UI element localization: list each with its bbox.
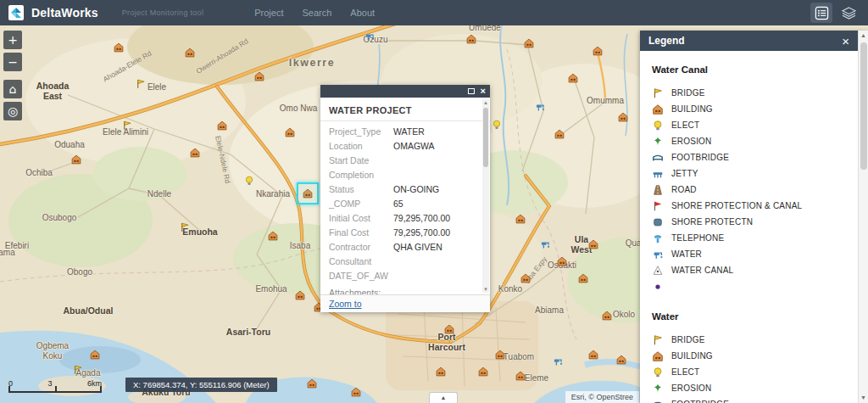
field-label: Start Date [329, 155, 393, 165]
map-marker-building[interactable] [185, 48, 196, 59]
shore-canal-icon [652, 200, 664, 212]
legend-scrollbar-thumb[interactable] [860, 42, 867, 170]
legend-section: Water CanalBRIDGEBUILDINGELECTEROSIONFOO… [652, 64, 854, 294]
map-marker-elect[interactable] [244, 176, 255, 187]
popup-header[interactable]: × [320, 85, 490, 98]
map-marker-water[interactable] [540, 239, 551, 250]
map-marker-building[interactable] [307, 378, 318, 389]
building-icon [478, 367, 489, 378]
map-marker-building[interactable] [190, 148, 201, 159]
map-marker-building[interactable] [495, 350, 506, 361]
map-marker-building[interactable] [466, 34, 477, 45]
app-logo-icon [8, 5, 24, 20]
building-icon [436, 367, 447, 378]
maximize-icon[interactable] [468, 88, 475, 94]
legend-item: BRIDGE [652, 85, 854, 101]
map-marker-building[interactable] [588, 239, 599, 250]
map-marker-bridge[interactable] [180, 222, 191, 233]
map-marker-building[interactable] [578, 273, 589, 284]
legend-body: Water CanalBRIDGEBUILDINGELECTEROSIONFOO… [640, 51, 858, 403]
coordinates-readout: X: 769854.374, Y: 555116.906 (Meter) [125, 378, 277, 392]
legend-item-label: ELECT [671, 120, 699, 130]
map-marker-bridge[interactable] [122, 120, 133, 132]
map-marker-building[interactable] [602, 311, 613, 322]
nav-link-project[interactable]: Project [254, 8, 283, 18]
building-icon [588, 239, 599, 250]
legend-item: ELECT [652, 364, 854, 380]
footbridge-icon [652, 399, 664, 403]
map-marker-building[interactable] [618, 112, 629, 123]
map-marker-building[interactable] [351, 387, 362, 398]
layers-toggle-button[interactable] [837, 3, 860, 23]
legend-scrollbar[interactable]: ▲ ▼ [858, 31, 868, 403]
popup-scrollbar-thumb[interactable] [483, 108, 488, 167]
map-marker-building[interactable] [554, 129, 565, 140]
field-label: Consultant [329, 256, 393, 266]
bridge-icon [652, 334, 664, 346]
map-marker-building[interactable] [478, 367, 489, 378]
map-marker-elect[interactable] [492, 120, 503, 131]
zoom-in-button[interactable]: + [3, 31, 22, 49]
popup-scrollbar[interactable]: ▲ ▼ [482, 99, 489, 293]
legend-close-icon[interactable]: × [842, 35, 849, 48]
elect-icon [492, 120, 503, 131]
field-label: Contractor [329, 242, 393, 252]
building-icon [444, 324, 455, 335]
map-marker-water[interactable] [535, 102, 546, 113]
legend-item-label: JETTY [671, 169, 698, 178]
zoom-to-link[interactable]: Zoom to [329, 299, 362, 309]
nav-link-search[interactable]: Search [302, 8, 331, 18]
map-marker-building[interactable] [588, 350, 599, 361]
nav-link-about[interactable]: About [350, 8, 375, 18]
legend-item-label: BUILDING [671, 104, 713, 114]
field-value: WATER [393, 126, 425, 137]
building-icon [307, 378, 318, 389]
legend-toggle-button[interactable] [810, 3, 832, 23]
map-marker-building[interactable] [515, 214, 526, 225]
legend-item: TELEPHONE [652, 230, 854, 246]
map-marker-building[interactable] [217, 120, 228, 132]
map-marker-building[interactable] [520, 273, 531, 284]
map-marker-building[interactable] [90, 350, 101, 361]
map-marker-bridge[interactable] [73, 365, 84, 376]
map-marker-building[interactable] [515, 371, 526, 382]
building-icon [554, 129, 565, 140]
scroll-down-icon[interactable]: ▼ [859, 393, 868, 403]
zoom-out-button[interactable]: − [3, 53, 22, 71]
building-icon [652, 350, 664, 362]
telephone-icon [652, 232, 664, 244]
legend-item: ROAD [652, 182, 854, 198]
locate-button[interactable]: ◎ [3, 102, 22, 120]
bottom-panel-toggle[interactable]: ▲ [429, 392, 458, 403]
legend-item-label: TELEPHONE [671, 233, 724, 243]
map-marker-building[interactable] [114, 42, 125, 53]
map-marker-bridge[interactable] [136, 79, 147, 90]
map-marker-building[interactable] [568, 73, 579, 84]
bridge-icon [73, 365, 84, 376]
map-marker-building[interactable] [268, 231, 279, 242]
app-subtitle: Project Monitoring tool [122, 8, 203, 17]
building-icon [466, 34, 477, 45]
map-marker-building[interactable] [71, 154, 82, 165]
home-button[interactable]: ⌂ [3, 80, 22, 98]
scale-label-1: 3 [47, 379, 52, 388]
popup-field-row: _COMP65 [320, 196, 490, 210]
map-marker-water[interactable] [553, 356, 564, 367]
map-marker-building[interactable] [616, 355, 627, 366]
popup-close-icon[interactable]: × [481, 87, 486, 96]
map-marker-building[interactable] [436, 367, 447, 378]
field-value: 79,295,700.00 [393, 213, 450, 223]
scroll-up-icon[interactable]: ▲ [482, 99, 489, 106]
map-marker-building[interactable] [593, 46, 604, 57]
map-marker-building[interactable] [295, 290, 306, 301]
map-marker-building[interactable] [285, 127, 296, 138]
map-marker-building[interactable] [444, 324, 455, 335]
map-marker-building[interactable] [524, 38, 535, 49]
field-value: 79,295,700.00 [393, 227, 450, 238]
map-marker-building[interactable] [557, 256, 568, 267]
map-marker-building[interactable] [254, 71, 265, 82]
map-marker-water[interactable] [364, 31, 376, 42]
building-icon [618, 112, 629, 123]
scroll-up-icon[interactable]: ▲ [859, 31, 868, 41]
scroll-down-icon[interactable]: ▼ [482, 286, 489, 293]
